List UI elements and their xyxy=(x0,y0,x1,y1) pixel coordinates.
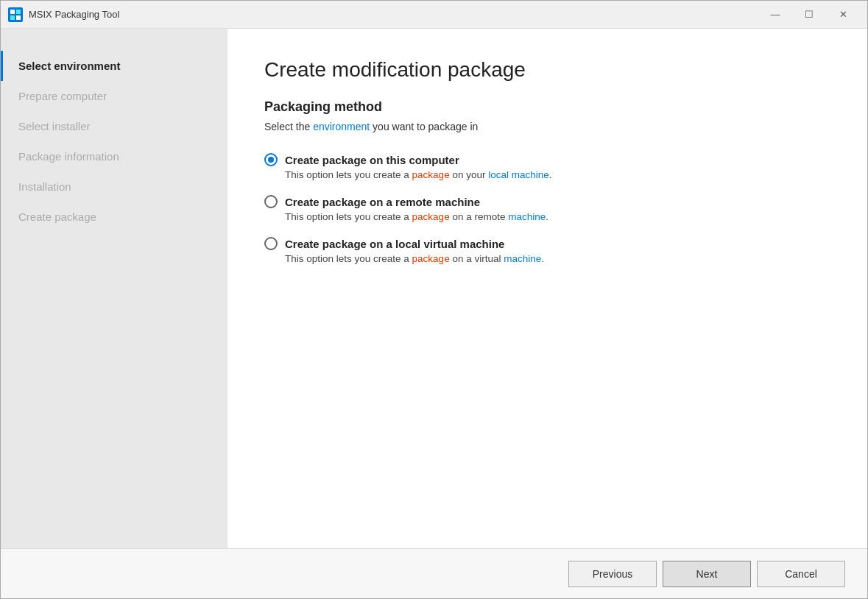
section-title: Packaging method xyxy=(264,99,830,115)
option-local-description: This option lets you create a package on… xyxy=(264,169,830,180)
option-vm-title: Create package on a local virtual machin… xyxy=(285,238,504,250)
svg-rect-1 xyxy=(10,10,15,14)
option-local-label-row[interactable]: Create package on this computer xyxy=(264,153,830,166)
content-area: Create modification package Packaging me… xyxy=(227,29,867,548)
sidebar-item-select-installer[interactable]: Select installer xyxy=(1,111,227,141)
option-vm-description: This option lets you create a package on… xyxy=(264,253,830,264)
app-icon xyxy=(8,7,23,22)
svg-rect-4 xyxy=(16,15,21,20)
maximize-button[interactable]: ☐ xyxy=(792,1,826,29)
minimize-button[interactable]: — xyxy=(758,1,792,29)
option-remote-description: This option lets you create a package on… xyxy=(264,211,830,222)
option-local-title: Create package on this computer xyxy=(285,154,459,166)
option-remote-label-row[interactable]: Create package on a remote machine xyxy=(264,195,830,208)
cancel-button[interactable]: Cancel xyxy=(757,561,845,587)
main-area: Select environment Prepare computer Sele… xyxy=(1,29,867,548)
window-controls: — ☐ ✕ xyxy=(758,1,860,29)
svg-rect-2 xyxy=(16,10,21,14)
option-vm-label-row[interactable]: Create package on a local virtual machin… xyxy=(264,237,830,250)
next-button[interactable]: Next xyxy=(663,561,751,587)
previous-button[interactable]: Previous xyxy=(568,561,657,587)
sidebar-item-create-package[interactable]: Create package xyxy=(1,202,227,232)
window-title: MSIX Packaging Tool xyxy=(29,9,758,20)
radio-local[interactable] xyxy=(264,153,278,166)
option-remote-machine: Create package on a remote machine This … xyxy=(264,195,830,222)
radio-vm[interactable] xyxy=(264,237,278,250)
title-bar: MSIX Packaging Tool — ☐ ✕ xyxy=(1,1,867,29)
radio-remote[interactable] xyxy=(264,195,278,208)
sidebar-item-installation[interactable]: Installation xyxy=(1,171,227,202)
app-window: MSIX Packaging Tool — ☐ ✕ Select environ… xyxy=(0,0,868,599)
sidebar: Select environment Prepare computer Sele… xyxy=(1,29,227,548)
option-local-computer: Create package on this computer This opt… xyxy=(264,153,830,180)
option-remote-title: Create package on a remote machine xyxy=(285,196,480,208)
page-title: Create modification package xyxy=(264,58,830,82)
sidebar-item-prepare-computer[interactable]: Prepare computer xyxy=(1,81,227,111)
option-virtual-machine: Create package on a local virtual machin… xyxy=(264,237,830,264)
footer: Previous Next Cancel xyxy=(1,548,867,598)
sidebar-item-package-information[interactable]: Package information xyxy=(1,141,227,171)
svg-rect-3 xyxy=(10,15,15,20)
section-subtitle: Select the environment you want to packa… xyxy=(264,121,830,132)
sidebar-item-select-environment[interactable]: Select environment xyxy=(1,51,227,81)
close-button[interactable]: ✕ xyxy=(826,1,860,29)
packaging-method-options: Create package on this computer This opt… xyxy=(264,153,830,264)
